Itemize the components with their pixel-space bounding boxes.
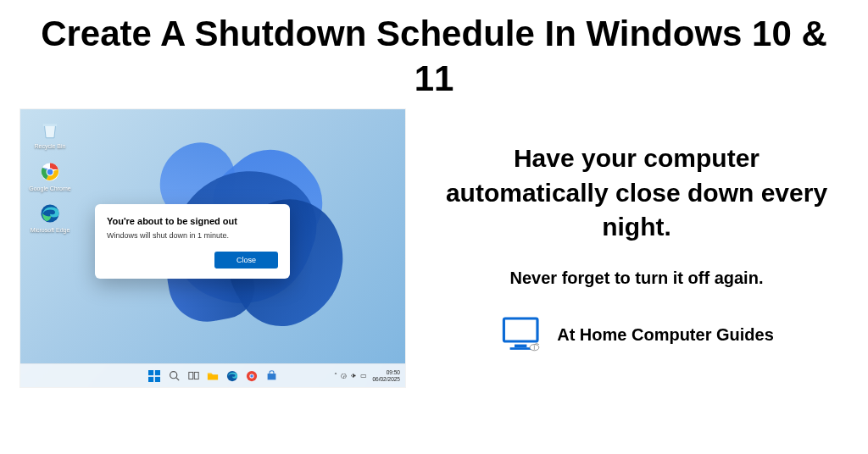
svg-rect-7	[155, 376, 160, 381]
svg-rect-16	[267, 374, 275, 379]
dialog-title: You're about to be signed out	[107, 216, 278, 226]
explorer-icon[interactable]	[206, 369, 220, 383]
desktop-icon-edge[interactable]: Microsoft Edge	[27, 202, 73, 234]
tagline: Never forget to turn it off again.	[426, 269, 848, 288]
volume-icon[interactable]: 🕩	[350, 372, 357, 379]
desktop-icon-label: Recycle Bin	[35, 143, 66, 150]
edge-taskbar-icon[interactable]	[225, 369, 239, 383]
computer-icon	[499, 315, 545, 356]
dialog-message: Windows will shut down in 1 minute.	[107, 231, 278, 240]
desktop-icon-label: Google Chrome	[29, 185, 70, 192]
start-button[interactable]	[147, 369, 161, 383]
taskbar-time: 09:50	[387, 369, 400, 375]
subtitle: Have your computer automatically close d…	[426, 141, 848, 245]
search-icon[interactable]	[167, 369, 181, 383]
taskbar-date: 06/02/2025	[372, 376, 400, 382]
windows-desktop-screenshot: Recycle Bin Google Chrome Microsoft Edge	[20, 109, 405, 387]
svg-rect-18	[515, 344, 526, 347]
recycle-bin-icon	[38, 118, 62, 141]
svg-line-9	[175, 378, 178, 380]
svg-point-15	[250, 374, 253, 378]
chevron-up-icon[interactable]: ˄	[334, 372, 337, 379]
taskbar-clock[interactable]: 09:50 06/02/2025	[372, 369, 400, 381]
chrome-taskbar-icon[interactable]	[245, 369, 259, 383]
svg-rect-5	[155, 370, 160, 375]
svg-rect-19	[510, 347, 531, 350]
svg-rect-11	[194, 372, 198, 379]
svg-rect-17	[504, 318, 538, 341]
signout-dialog: You're about to be signed out Windows wi…	[95, 204, 290, 279]
page-title: Create A Shutdown Schedule In Windows 10…	[0, 0, 868, 109]
svg-point-2	[47, 169, 53, 174]
system-tray[interactable]: ˄ ◶ 🕩 ▭	[334, 372, 367, 379]
svg-rect-10	[188, 372, 192, 379]
svg-rect-4	[148, 370, 153, 375]
taskbar: ˄ ◶ 🕩 ▭ 09:50 06/02/2025	[20, 363, 405, 387]
chrome-icon	[38, 160, 62, 184]
svg-point-8	[170, 372, 176, 379]
store-icon[interactable]	[264, 369, 278, 383]
task-view-icon[interactable]	[186, 369, 200, 383]
wifi-icon[interactable]: ◶	[341, 372, 347, 379]
desktop-icon-chrome[interactable]: Google Chrome	[27, 160, 73, 192]
edge-icon	[38, 202, 62, 225]
desktop-icon-label: Microsoft Edge	[31, 227, 70, 234]
brand-name: At Home Computer Guides	[557, 325, 774, 345]
brand-row: At Home Computer Guides	[426, 315, 848, 356]
battery-icon[interactable]: ▭	[360, 372, 367, 379]
close-button[interactable]: Close	[214, 252, 278, 269]
desktop-icon-recycle-bin[interactable]: Recycle Bin	[27, 118, 73, 150]
svg-rect-6	[148, 376, 153, 381]
